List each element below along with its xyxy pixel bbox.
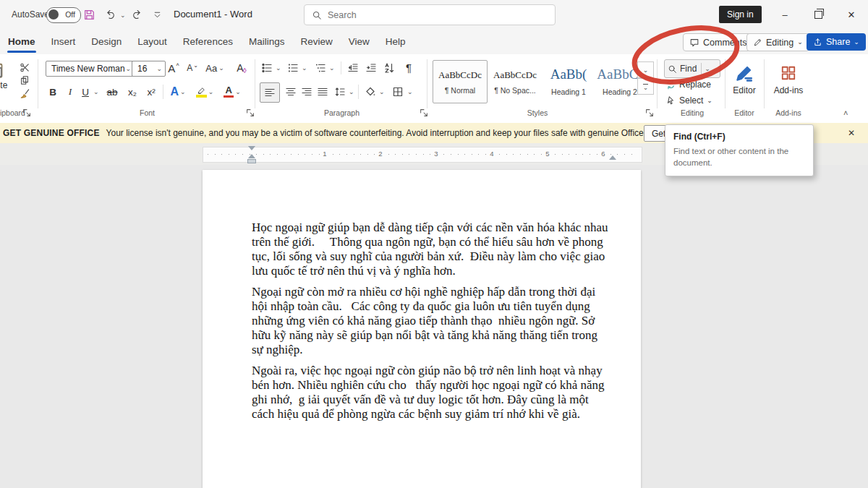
restore-button[interactable] [801,0,835,29]
chevron-down-icon: ⌄ [854,39,859,46]
comments-button[interactable]: Comments [683,33,753,51]
undo-dropdown-chevron-icon[interactable]: ⌄ [120,12,126,19]
hanging-indent-marker[interactable] [248,154,255,158]
minimize-button[interactable]: – [768,0,801,29]
shrink-font-button[interactable]: A ⌄ [184,60,201,76]
ruler-mark-1: 1 [320,150,329,158]
borders-chevron-icon[interactable]: ⌄ [407,89,413,95]
borders-button[interactable] [390,83,406,100]
banner-close-button[interactable]: ✕ [843,126,859,140]
undo-button[interactable] [101,5,120,24]
style-heading-1[interactable]: AaBb( Heading 1 [542,60,595,103]
divider [701,63,702,74]
paragraph-2[interactable]: Ngoại ngữ còn mở ra nhiều cơ hội nghề ng… [252,285,642,357]
redo-button[interactable] [127,5,146,24]
italic-button[interactable]: I [63,83,77,100]
editing-mode-button[interactable]: Editing ⌄ [746,33,809,51]
share-label: Share [826,37,850,47]
first-line-indent-marker[interactable] [248,146,255,150]
paragraph-1[interactable]: Học ngoại ngữ giúp bạn dễ dàng tiếp cận … [252,221,642,278]
close-button[interactable]: ✕ [835,0,868,29]
multilevel-chevron-icon[interactable]: ⌄ [329,65,335,72]
select-button[interactable]: Select ⌄ [665,95,712,106]
text-effects-button[interactable]: A ⌄ [167,83,189,100]
numbering-button[interactable] [286,61,300,75]
numbering-chevron-icon[interactable]: ⌄ [302,65,307,72]
scissors-icon [20,62,30,73]
decrease-indent-button[interactable] [345,61,361,75]
paragraph-3[interactable]: Ngoài ra, việc học ngoại ngữ còn giúp nã… [252,364,642,421]
editor-button[interactable]: Editor [730,59,759,100]
line-spacing-chevron-icon[interactable]: ⌄ [349,89,354,95]
align-center-button[interactable] [283,83,299,100]
clear-formatting-button[interactable]: A ◊ [232,60,251,76]
tab-mailings[interactable]: Mailings [241,29,293,54]
increase-indent-button[interactable] [363,61,379,75]
align-right-button[interactable] [299,83,315,100]
styles-group-label: Styles [429,108,646,117]
tab-review[interactable]: Review [292,29,340,54]
customize-quick-access-toolbar-button[interactable] [148,5,166,24]
save-button[interactable] [80,5,98,24]
styles-row-up-button[interactable]: ⌄ [637,61,654,78]
editor-pencil-icon [735,64,754,82]
justify-button[interactable] [315,83,331,100]
tab-home[interactable]: Home [0,29,43,54]
styles-group: AaBbCcDc ¶ Normal AaBbCcDc ¶ No Spac... … [429,54,657,123]
addins-button[interactable]: Add-ins [770,59,807,100]
search-input[interactable]: Search [304,4,556,25]
bullets-button[interactable] [260,61,274,75]
paste-button[interactable]: Paste ⌄ [0,59,13,100]
sign-in-button[interactable]: Sign in [719,6,762,23]
close-icon: ✕ [848,128,855,138]
align-left-button[interactable] [260,82,280,103]
bullets-chevron-icon[interactable]: ⌄ [276,65,281,72]
font-name-select[interactable]: Times New Roman ⌄ [46,61,135,77]
copy-button[interactable] [16,74,33,87]
line-spacing-button[interactable] [332,83,348,100]
document-text[interactable]: Học ngoại ngữ giúp bạn dễ dàng tiếp cận … [252,221,642,428]
format-painter-button[interactable] [16,87,33,100]
tab-references[interactable]: References [175,29,241,54]
cut-button[interactable] [16,61,33,74]
tab-design[interactable]: Design [83,29,129,54]
multilevel-list-button[interactable] [313,61,328,75]
font-size-select[interactable]: 16 ⌄ [132,61,166,77]
autosave-toggle[interactable]: Off [46,7,81,23]
ruler-mark-3: 3 [432,150,441,158]
styles-dialog-launcher[interactable] [644,108,655,118]
title-bar: AutoSave Off ⌄ Document1 - Word Search S… [0,0,868,29]
right-indent-marker[interactable] [609,155,616,160]
style-no-spacing[interactable]: AaBbCcDc ¶ No Spac... [489,60,541,103]
superscript-button[interactable]: x² [142,83,160,100]
left-indent-marker[interactable] [247,159,256,163]
share-button[interactable]: Share ⌄ [807,33,866,51]
styles-gallery-more-button[interactable]: ⌄ [637,78,654,95]
find-button[interactable]: Find ⌄ [664,59,720,78]
tab-insert[interactable]: Insert [43,29,84,54]
grow-font-button[interactable]: A ˄ [165,60,182,76]
strikethrough-button[interactable]: ab [103,83,121,100]
shading-chevron-icon[interactable]: ⌄ [379,89,385,95]
paragraph-dialog-launcher[interactable] [419,108,429,118]
chevron-down-icon: ⌄ [643,67,649,74]
replace-button[interactable]: Replace [665,80,711,90]
font-color-button[interactable]: A ⌄ [221,83,244,100]
show-hide-marks-button[interactable]: ¶ [401,59,416,75]
subscript-button[interactable]: x₂ [124,83,141,100]
clipboard-dialog-launcher[interactable] [22,108,32,118]
underline-button[interactable]: U [79,83,92,100]
change-case-button[interactable]: Aa ⌄ [203,60,226,76]
shading-button[interactable] [362,83,378,100]
tab-view[interactable]: View [341,29,378,54]
style-normal[interactable]: AaBbCcDc ¶ Normal [433,60,488,103]
sort-button[interactable] [381,61,397,75]
font-dialog-launcher[interactable] [245,108,255,118]
clipboard-group-label: Clipboard [0,108,40,117]
tab-help[interactable]: Help [378,29,414,54]
bold-button[interactable]: B [46,83,60,100]
underline-chevron-icon[interactable]: ⌄ [93,89,99,95]
text-highlight-button[interactable]: ⌄ [193,83,216,100]
collapse-ribbon-button[interactable]: ˄ [843,108,848,117]
tab-layout[interactable]: Layout [129,29,175,54]
